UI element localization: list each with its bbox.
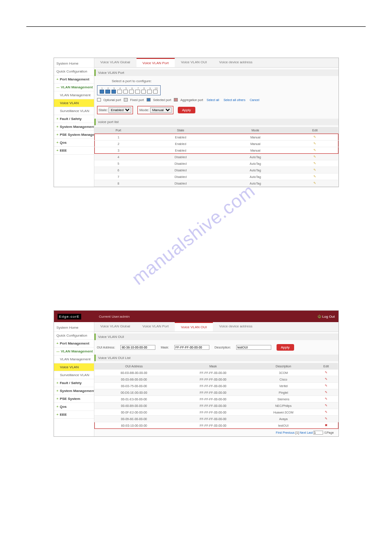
sidebar2-quick-config[interactable]: Quick Configuration bbox=[54, 332, 94, 340]
edit-icon[interactable]: ✎ bbox=[313, 155, 316, 158]
port-8[interactable] bbox=[141, 90, 146, 94]
port-10[interactable] bbox=[153, 90, 158, 94]
sidebar-2: System Home Quick Configuration Port Man… bbox=[54, 322, 94, 436]
select-all-link[interactable]: Select all bbox=[207, 98, 219, 102]
logout-link[interactable]: ⏻ Log Out bbox=[317, 315, 334, 319]
voice-port-table: Port State Mode Edit 1EnabledManual✎2Ena… bbox=[94, 127, 338, 187]
sidebar-vlan-sub[interactable]: VLAN Management bbox=[54, 91, 94, 99]
sidebar2-eee[interactable]: EEE bbox=[54, 411, 94, 419]
tab-port[interactable]: Voice VLAN Port bbox=[137, 58, 175, 67]
oui-addr-input[interactable] bbox=[120, 345, 155, 350]
mode-select[interactable]: Manual bbox=[150, 107, 172, 113]
sidebar2-fault[interactable]: Fault / Safety bbox=[54, 379, 94, 387]
tab2-port[interactable]: Voice VLAN Port bbox=[137, 322, 175, 331]
port-7[interactable] bbox=[135, 90, 140, 94]
sidebar2-sys[interactable]: System Management bbox=[54, 387, 94, 395]
tab2-device[interactable]: Voice device address bbox=[213, 322, 259, 331]
tab-oui[interactable]: Voice VLAN OUI bbox=[175, 58, 213, 67]
page-input[interactable] bbox=[313, 431, 323, 435]
list-title-2: Voice VLAN OUI List bbox=[94, 355, 338, 361]
edit-icon[interactable]: ✎ bbox=[325, 404, 327, 407]
pagination: First Previous [1] Next Last /1Page bbox=[94, 429, 338, 436]
col-edit: Edit bbox=[292, 127, 338, 134]
sidebar-pse[interactable]: PSE System Management bbox=[54, 131, 94, 139]
sidebar2-vlan-mgmt[interactable]: VLAN Management bbox=[54, 348, 94, 355]
port-1[interactable] bbox=[100, 90, 104, 94]
top-rule bbox=[26, 26, 366, 27]
edit-icon[interactable]: ✎ bbox=[325, 410, 327, 414]
section-title: Voice VLAN Port bbox=[94, 69, 338, 76]
brand-logo: Edge-corE bbox=[58, 314, 82, 319]
cancel-link[interactable]: Cancel bbox=[250, 98, 259, 102]
edit-icon[interactable]: ✎ bbox=[325, 371, 327, 374]
select-others-link[interactable]: Select all others bbox=[223, 98, 245, 102]
edit-icon[interactable]: ✎ bbox=[325, 377, 327, 381]
edit-icon[interactable]: ✎ bbox=[325, 384, 327, 387]
edit-icon[interactable]: ✎ bbox=[313, 142, 316, 145]
sidebar2-port-mgmt[interactable]: Port Management bbox=[54, 340, 94, 348]
edit-icon[interactable]: ✎ bbox=[313, 181, 316, 185]
page-current: [1] bbox=[295, 431, 299, 434]
legend-agg-icon bbox=[174, 98, 178, 102]
table-row: 00-03-6B-00-00-00FF-FF-FF-00-00-00Cisco✎ bbox=[94, 376, 338, 383]
power-icon: ⏻ bbox=[317, 315, 321, 319]
edit-icon[interactable]: ✎ bbox=[325, 397, 327, 400]
table-row: 00-E0-75-00-00-00FF-FF-FF-00-00-00Verite… bbox=[94, 383, 338, 389]
apply-button-2[interactable]: Apply bbox=[277, 344, 294, 351]
port-5[interactable] bbox=[123, 90, 128, 94]
edit-icon[interactable]: ✎ bbox=[313, 175, 316, 178]
page-last[interactable]: Last bbox=[307, 431, 313, 434]
tab-device-addr[interactable]: Voice device address bbox=[213, 58, 259, 67]
sidebar-sys-mgmt[interactable]: System Management bbox=[54, 123, 94, 131]
sidebar2-system-home[interactable]: System Home bbox=[54, 324, 94, 332]
port-2[interactable] bbox=[105, 90, 110, 94]
page-first[interactable]: First bbox=[276, 431, 282, 434]
sidebar2-voice-vlan[interactable]: Voice VLAN bbox=[54, 363, 94, 371]
sidebar-voice-vlan[interactable]: Voice VLAN bbox=[54, 99, 94, 107]
controls-row: State: Enabled Mode: Manual Apply bbox=[94, 103, 338, 117]
sidebar-qos[interactable]: Qos bbox=[54, 139, 94, 147]
edit-icon[interactable]: ✎ bbox=[313, 135, 316, 138]
sidebar-fault-safety[interactable]: Fault / Safety bbox=[54, 115, 94, 123]
edit-icon[interactable]: ✎ bbox=[325, 417, 327, 420]
port-4[interactable] bbox=[117, 90, 122, 94]
sidebar2-vlan-sub[interactable]: VLAN Management bbox=[54, 355, 94, 363]
table-row: 00-09-6E-00-00-00FF-FF-FF-00-00-00Avaya✎ bbox=[94, 416, 338, 422]
edit-icon[interactable]: ✎ bbox=[313, 162, 316, 165]
page-next[interactable]: Next bbox=[300, 431, 306, 434]
port-3[interactable] bbox=[111, 90, 116, 94]
sidebar-vlan-mgmt[interactable]: VLAN Management bbox=[54, 83, 94, 91]
tab-global[interactable]: Voice VLAN Global bbox=[94, 58, 137, 67]
delete-icon[interactable]: ✖ bbox=[325, 424, 327, 427]
table-row: 00-01-E3-00-00-00FF-FF-FF-00-00-00Siemen… bbox=[94, 396, 338, 403]
mask-input[interactable] bbox=[174, 345, 209, 350]
sidebar-eee[interactable]: EEE bbox=[54, 147, 94, 155]
table-row: 80-E0-BB-00-00-00FF-FF-FF-00-00-003COM✎ bbox=[94, 370, 338, 376]
legend-optional-icon bbox=[97, 98, 101, 102]
col2-desc: Description bbox=[252, 363, 314, 370]
edit-icon[interactable]: ✎ bbox=[313, 168, 316, 171]
state-select[interactable]: Enabled bbox=[108, 107, 131, 113]
sidebar2-qos[interactable]: Qos bbox=[54, 403, 94, 411]
desc-input[interactable] bbox=[236, 345, 271, 350]
edit-icon[interactable]: ✎ bbox=[313, 149, 316, 152]
legend-fixed: Fixed port bbox=[130, 98, 144, 102]
sidebar-surv-vlan[interactable]: Surveillance VLAN bbox=[54, 107, 94, 115]
port-6[interactable] bbox=[129, 90, 134, 94]
table-row: 7DisabledAutoTag✎ bbox=[94, 174, 338, 180]
port-9[interactable] bbox=[147, 90, 152, 94]
tab2-global[interactable]: Voice VLAN Global bbox=[94, 322, 137, 331]
edit-icon[interactable]: ✎ bbox=[325, 391, 327, 394]
tab2-oui[interactable]: Voice VLAN OUI bbox=[175, 322, 213, 331]
sidebar-system-home[interactable]: System Home bbox=[54, 60, 94, 68]
sidebar-port-mgmt[interactable]: Port Management bbox=[54, 76, 94, 83]
col2-mask: Mask bbox=[173, 363, 252, 370]
sidebar2-pse[interactable]: PSE System bbox=[54, 395, 94, 403]
page-prev[interactable]: Previous bbox=[283, 431, 295, 434]
port-selector[interactable]: 12345678910 bbox=[97, 85, 161, 95]
mode-control: Mode: Manual bbox=[137, 106, 173, 114]
sidebar-quick-config[interactable]: Quick Configuration bbox=[54, 68, 94, 76]
apply-button[interactable]: Apply bbox=[178, 107, 195, 113]
sidebar2-surv-vlan[interactable]: Surveillance VLAN bbox=[54, 371, 94, 379]
port-select-label: Select a port to configure: bbox=[94, 78, 338, 84]
